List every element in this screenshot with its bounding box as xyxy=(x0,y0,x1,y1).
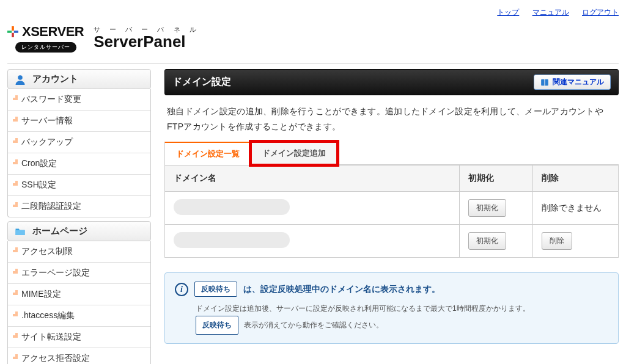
sidebar-item-access-restrict[interactable]: アクセス制限 xyxy=(8,241,150,262)
table-row: 初期化 削除 xyxy=(165,225,619,258)
info-line1-text: は、設定反映処理中のドメイン名に表示されます。 xyxy=(243,284,440,295)
sidebar-item-ssh[interactable]: SSH設定 xyxy=(8,174,150,195)
init-button[interactable]: 初期化 xyxy=(468,232,506,250)
related-manual-label: 関連マニュアル xyxy=(553,77,604,87)
sidebar-item-htaccess[interactable]: .htaccess編集 xyxy=(8,305,150,326)
main-title: ドメイン設定 xyxy=(172,76,231,89)
svg-rect-3 xyxy=(12,33,14,37)
domain-table: ドメイン名 初期化 削除 初期化 削除できません 初期化 削除 xyxy=(164,165,619,258)
related-manual-button[interactable]: 関連マニュアル xyxy=(534,75,611,90)
sidebar-item-mime[interactable]: MIME設定 xyxy=(8,283,150,305)
main-description: 独自ドメイン設定の追加、削除を行うことができます。追加したドメイン設定を利用して… xyxy=(164,95,619,138)
pending-badge: 反映待ち xyxy=(194,282,237,297)
topnav-manual[interactable]: マニュアル xyxy=(532,8,569,16)
delete-button[interactable]: 削除 xyxy=(542,232,572,250)
init-button[interactable]: 初期化 xyxy=(468,199,506,217)
info-note1: ドメイン設定は追加後、サーバーに設定が反映され利用可能になるまで最大で1時間程度… xyxy=(196,302,608,316)
sidebar-item-serverinfo[interactable]: サーバー情報 xyxy=(8,110,150,131)
header: XSERVER レンタルサーバー サ ー バ ー パ ネ ル ServerPan… xyxy=(7,21,619,64)
svg-rect-2 xyxy=(14,31,18,33)
topnav-logout[interactable]: ログアウト xyxy=(582,8,619,16)
brand-panel: ServerPanel xyxy=(94,33,199,51)
svg-point-4 xyxy=(18,75,23,80)
main-titlebar: ドメイン設定 関連マニュアル xyxy=(164,69,619,95)
xserver-logo-icon xyxy=(7,26,18,37)
sidebar: アカウント パスワード変更 サーバー情報 バックアップ Cron設定 SSH設定… xyxy=(7,69,151,364)
domain-name-redacted xyxy=(174,232,290,248)
sidebar-item-cron[interactable]: Cron設定 xyxy=(8,153,150,174)
person-icon xyxy=(14,74,26,85)
folder-icon xyxy=(14,226,26,237)
main-panel: ドメイン設定 関連マニュアル 独自ドメイン設定の追加、削除を行うことができます。… xyxy=(164,69,619,364)
svg-rect-0 xyxy=(12,26,14,31)
sidebar-head-account-label: アカウント xyxy=(32,73,78,85)
sidebar-head-homepage: ホームページ xyxy=(7,221,151,241)
domain-name-redacted xyxy=(174,199,290,215)
info-note2: 表示が消えてから動作をご確認ください。 xyxy=(244,321,383,329)
delete-disabled-text: 削除できません xyxy=(533,192,619,225)
th-domain: ドメイン名 xyxy=(165,166,460,192)
brand-name: XSERVER xyxy=(22,24,84,40)
info-box: i 反映待ち は、設定反映処理中のドメイン名に表示されます。 ドメイン設定は追加… xyxy=(164,272,619,344)
sidebar-item-mfa[interactable]: 二段階認証設定 xyxy=(8,195,150,217)
book-icon xyxy=(540,78,549,87)
info-icon: i xyxy=(175,283,188,296)
th-delete: 削除 xyxy=(533,166,619,192)
sidebar-item-password[interactable]: パスワード変更 xyxy=(8,89,150,110)
sidebar-item-site-transfer[interactable]: サイト転送設定 xyxy=(8,326,150,348)
brand-serverpanel: サ ー バ ー パ ネ ル ServerPanel xyxy=(94,26,199,51)
table-row: 初期化 削除できません xyxy=(165,192,619,225)
tab-domain-add[interactable]: ドメイン設定追加 xyxy=(251,142,337,165)
pending-badge: 反映待ち xyxy=(196,316,238,335)
sidebar-item-access-deny[interactable]: アクセス拒否設定 xyxy=(8,348,150,364)
brand-xserver: XSERVER レンタルサーバー xyxy=(7,24,84,53)
top-nav: トップ マニュアル ログアウト xyxy=(7,6,619,21)
svg-rect-1 xyxy=(7,31,12,33)
tab-domain-list[interactable]: ドメイン設定一覧 xyxy=(164,142,251,165)
sidebar-item-backup[interactable]: バックアップ xyxy=(8,131,150,153)
rental-badge: レンタルサーバー xyxy=(15,42,76,53)
th-init: 初期化 xyxy=(460,166,533,192)
tabs: ドメイン設定一覧 ドメイン設定追加 xyxy=(164,142,619,165)
topnav-top[interactable]: トップ xyxy=(497,8,519,16)
sidebar-head-account: アカウント xyxy=(7,69,151,89)
svg-rect-5 xyxy=(16,230,25,235)
sidebar-head-homepage-label: ホームページ xyxy=(32,225,87,237)
sidebar-item-errorpage[interactable]: エラーページ設定 xyxy=(8,262,150,283)
